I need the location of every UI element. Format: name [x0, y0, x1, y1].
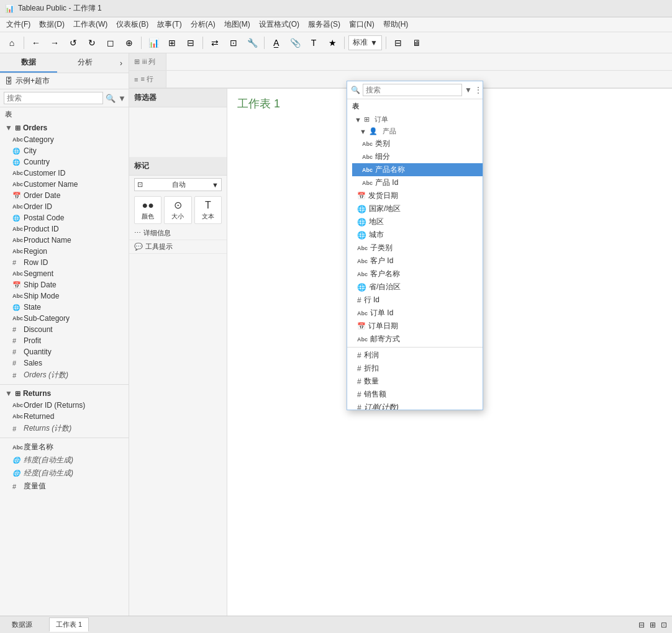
toolbar-forward[interactable]: →: [47, 35, 63, 51]
toolbar-back[interactable]: ←: [28, 35, 44, 51]
field-state[interactable]: 🌐 State: [0, 302, 129, 313]
field-measure-names[interactable]: Abc 度量名称: [0, 441, 129, 454]
dd-field-sales-cn[interactable]: # 销售额: [347, 388, 483, 401]
status-icon-3[interactable]: ⊡: [661, 621, 667, 629]
toolbar-fix[interactable]: 🔧: [244, 35, 260, 51]
toolbar-device[interactable]: 🖥: [409, 35, 425, 51]
search-input[interactable]: [4, 92, 103, 104]
table-header-returns[interactable]: ▼ ⊞ Returns: [0, 387, 129, 400]
field-product-id[interactable]: Abc Product ID: [0, 223, 129, 235]
field-profit[interactable]: # Profit: [0, 335, 129, 346]
status-tab-worksheet1[interactable]: 工作表 1: [49, 617, 89, 632]
dd-field-district[interactable]: 🌐 地区: [347, 215, 483, 228]
menu-format[interactable]: 设置格式(O): [255, 18, 303, 31]
field-longitude[interactable]: 🌐 经度(自动生成): [0, 467, 129, 480]
field-orders-count[interactable]: # Orders (计数): [0, 369, 129, 382]
field-sub-category[interactable]: Abc Sub-Category: [0, 313, 129, 324]
field-row-id[interactable]: # Row ID: [0, 257, 129, 268]
field-region[interactable]: Abc Region: [0, 246, 129, 257]
dd-field-profit-cn[interactable]: # 利润: [347, 349, 483, 362]
panel-collapse-btn[interactable]: ›: [114, 53, 129, 73]
filter-icon[interactable]: ▼: [118, 94, 126, 103]
dd-field-row-id-cn[interactable]: # 行 Id: [347, 294, 483, 307]
toolbar-swap[interactable]: ⇄: [207, 35, 223, 51]
dd-field-order-id-cn[interactable]: Abc 订单 Id: [347, 307, 483, 320]
dd-field-sub-cat-cn[interactable]: Abc 子类别: [347, 241, 483, 254]
status-icon-1[interactable]: ⊟: [638, 621, 645, 629]
menu-file[interactable]: 文件(F): [2, 18, 34, 31]
toolbar-present[interactable]: ⊟: [390, 35, 406, 51]
dd-field-province[interactable]: 🌐 省/自治区: [347, 281, 483, 294]
search-icon[interactable]: 🔍: [106, 94, 116, 103]
field-order-id[interactable]: Abc Order ID: [0, 201, 129, 212]
toolbar-table[interactable]: ⊞: [164, 35, 180, 51]
field-country[interactable]: 🌐 Country: [0, 156, 129, 168]
dd-field-orders-count-cn[interactable]: # 订单(计数): [347, 401, 483, 410]
toolbar-redo[interactable]: ↻: [84, 35, 100, 51]
toolbar-fit[interactable]: ⊡: [225, 35, 242, 51]
status-tab-datasource[interactable]: 数据源: [5, 617, 39, 632]
field-postal-code[interactable]: 🌐 Postal Code: [0, 212, 129, 223]
marks-text[interactable]: T 文本: [194, 196, 222, 224]
marks-tooltip[interactable]: 💬 工具提示: [129, 240, 227, 254]
dropdown-options-icon[interactable]: ⋮: [474, 86, 482, 94]
dd-field-category[interactable]: Abc 类别: [352, 137, 483, 150]
toolbar-chart[interactable]: 📊: [145, 35, 161, 51]
field-ship-mode[interactable]: Abc Ship Mode: [0, 290, 129, 302]
menu-map[interactable]: 地图(M): [220, 18, 254, 31]
menu-worksheet[interactable]: 工作表(W): [70, 18, 111, 31]
field-quantity[interactable]: # Quantity: [0, 346, 129, 357]
marks-type-selector[interactable]: ⊡ 自动 ▼: [134, 178, 222, 191]
toolbar-save[interactable]: ◻: [102, 35, 119, 51]
tab-data[interactable]: 数据: [0, 53, 57, 73]
dropdown-orders-header[interactable]: ▼ ⊞ 订单: [347, 114, 483, 125]
dd-field-city-cn[interactable]: 🌐 城市: [347, 228, 483, 241]
dd-field-ship-date[interactable]: 📅 发货日期: [347, 189, 483, 202]
status-icon-2[interactable]: ⊞: [650, 621, 656, 629]
toolbar-undo[interactable]: ↺: [65, 35, 81, 51]
filters-area[interactable]: [129, 107, 227, 157]
dd-field-quantity-cn[interactable]: # 数量: [347, 375, 483, 388]
menu-data[interactable]: 数据(D): [35, 18, 68, 31]
field-customer-id[interactable]: Abc Customer ID: [0, 168, 129, 179]
dropdown-search-input[interactable]: [363, 84, 462, 96]
toolbar-star[interactable]: ★: [324, 35, 340, 51]
toolbar-attach[interactable]: 📎: [287, 35, 303, 51]
dd-field-mail-mode[interactable]: Abc 邮寄方式: [347, 333, 483, 346]
marks-color[interactable]: ●● 颜色: [134, 196, 161, 224]
field-latitude[interactable]: 🌐 纬度(自动生成): [0, 454, 129, 467]
tab-analysis[interactable]: 分析: [57, 53, 114, 73]
dd-field-discount-cn[interactable]: # 折扣: [347, 362, 483, 375]
field-measure-values[interactable]: # 度量值: [0, 480, 129, 493]
field-ship-date[interactable]: 📅 Ship Date: [0, 279, 129, 290]
data-source-item[interactable]: 🗄 示例+超市: [0, 73, 129, 89]
menu-analysis[interactable]: 分析(A): [187, 18, 219, 31]
dd-field-customer-name-cn[interactable]: Abc 客户名称: [347, 267, 483, 281]
field-sales[interactable]: # Sales: [0, 357, 129, 369]
dropdown-product-header[interactable]: ▼ 👤 产品: [352, 125, 483, 137]
toolbar-minus[interactable]: ⊟: [183, 35, 199, 51]
dd-field-subdivision[interactable]: Abc 细分: [352, 150, 483, 163]
field-segment[interactable]: Abc Segment: [0, 268, 129, 279]
toolbar-home[interactable]: ⌂: [4, 35, 20, 51]
dropdown-filter-icon[interactable]: ▼: [465, 86, 472, 94]
field-order-id-returns[interactable]: Abc Order ID (Returns): [0, 400, 129, 411]
field-order-date[interactable]: 📅 Order Date: [0, 190, 129, 201]
field-returned[interactable]: Abc Returned: [0, 411, 129, 422]
menu-story[interactable]: 故事(T): [153, 18, 185, 31]
menu-server[interactable]: 服务器(S): [304, 18, 344, 31]
dd-field-customer-id-cn[interactable]: Abc 客户 Id: [347, 254, 483, 267]
field-returns-count[interactable]: # Returns (计数): [0, 422, 129, 435]
toolbar-text[interactable]: T: [306, 35, 322, 51]
menu-window[interactable]: 窗口(N): [345, 18, 378, 31]
menu-dashboard[interactable]: 仪表板(B): [112, 18, 152, 31]
toolbar-underline[interactable]: A̲: [268, 35, 284, 51]
dd-field-product-id[interactable]: Abc 产品 Id: [352, 176, 483, 189]
field-discount[interactable]: # Discount: [0, 324, 129, 335]
menu-help[interactable]: 帮助(H): [379, 18, 412, 31]
toolbar-view-dropdown[interactable]: 标准 ▼: [348, 35, 382, 50]
dd-field-order-date-cn[interactable]: 📅 订单日期: [347, 320, 483, 333]
field-product-name[interactable]: Abc Product Name: [0, 235, 129, 246]
table-header-orders[interactable]: ▼ ⊞ Orders: [0, 122, 129, 134]
dd-field-product-name[interactable]: Abc 产品名称: [352, 163, 483, 176]
